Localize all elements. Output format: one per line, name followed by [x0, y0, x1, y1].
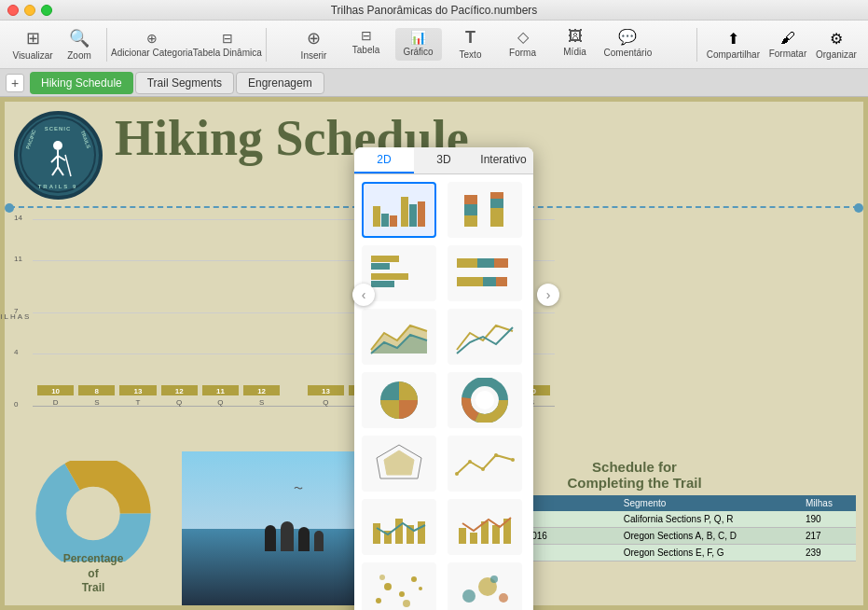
svg-point-70	[499, 593, 508, 603]
svg-text:TRAILS 9: TRAILS 9	[38, 184, 78, 189]
traffic-lights	[7, 5, 52, 16]
table-icon: ⊟	[361, 28, 372, 43]
table-label: Tabela	[352, 45, 379, 55]
svg-rect-35	[483, 277, 496, 286]
format-button[interactable]: 🖌 Formatar	[765, 28, 810, 61]
chart-option-bar-line[interactable]	[362, 499, 436, 555]
pie-label: PercentageofTrail	[63, 552, 124, 596]
svg-point-67	[403, 600, 410, 607]
svg-point-14	[67, 487, 119, 539]
insert-area: ⊕ Inserir ⊟ Tabela 📊 Gráfico T Texto ◇ F…	[291, 28, 653, 61]
pivot-table-label: Tabela Dinâmica	[193, 48, 262, 58]
view-button[interactable]: ⊞ Visualizar	[9, 28, 56, 61]
svg-rect-16	[381, 214, 389, 227]
svg-rect-18	[401, 197, 408, 227]
svg-point-62	[384, 583, 392, 590]
svg-rect-17	[390, 215, 397, 227]
chart-option-bar-stacked[interactable]	[448, 182, 522, 238]
svg-rect-36	[496, 277, 507, 286]
svg-point-46	[455, 472, 459, 476]
scatter-preview	[369, 568, 429, 610]
dot-right	[854, 203, 863, 213]
chart-option-donut[interactable]	[448, 372, 522, 428]
comment-label: Comentário	[604, 48, 653, 58]
shape-button[interactable]: ◇ Forma	[500, 28, 546, 61]
chart-option-scatter[interactable]	[362, 562, 436, 610]
pie-chart	[33, 461, 154, 561]
hbar-grouped-preview	[369, 251, 429, 296]
chart-option-bubble[interactable]	[448, 562, 522, 610]
dot-left	[5, 203, 14, 213]
chart-button[interactable]: 📊 Gráfico	[395, 28, 442, 61]
chart-option-area[interactable]	[362, 309, 436, 365]
svg-rect-30	[371, 281, 394, 287]
shape-icon: ◇	[517, 28, 529, 46]
svg-rect-28	[371, 263, 390, 270]
svg-point-48	[481, 467, 485, 471]
svg-rect-34	[457, 277, 483, 286]
window-title: Trilhas Panorâmicas do Pacífico.numbers	[331, 4, 538, 17]
tab-interativo[interactable]: Interativo	[474, 147, 533, 173]
svg-rect-57	[470, 533, 477, 544]
bar-stacked-preview	[455, 187, 515, 232]
insert-icon: ⊕	[307, 28, 321, 49]
svg-rect-26	[490, 192, 503, 199]
media-label: Mídia	[563, 47, 586, 57]
svg-rect-19	[409, 204, 417, 227]
zoom-label: Zoom	[67, 50, 91, 61]
tab-engrenagem[interactable]: Engrenagem	[236, 72, 324, 94]
sheet-area[interactable]: SCENIC PACIFIC TRAILS TRAILS 9 H	[0, 97, 868, 610]
comment-icon: 💬	[618, 28, 637, 46]
bar-line-2-preview	[455, 505, 515, 549]
svg-rect-29	[371, 273, 408, 280]
chart-option-pie[interactable]	[362, 372, 436, 428]
chart-option-radar[interactable]	[362, 436, 436, 492]
organize-label: Organizar	[816, 49, 857, 60]
minimize-button[interactable]	[24, 5, 35, 16]
bar-group-5: 11 Q	[202, 385, 239, 407]
close-button[interactable]	[7, 5, 19, 16]
organize-icon: ⚙	[830, 30, 843, 48]
popup-next-arrow[interactable]: ›	[537, 284, 559, 306]
popup-prev-arrow[interactable]: ‹	[352, 284, 375, 306]
chart-option-bar-grouped[interactable]	[362, 182, 436, 238]
media-icon: 🖼	[568, 28, 583, 45]
text-button[interactable]: T Texto	[448, 28, 494, 61]
svg-point-61	[376, 598, 381, 603]
tab-hiking-schedule[interactable]: Hiking Schedule	[30, 72, 133, 94]
chart-option-hbar-stacked[interactable]	[448, 245, 522, 301]
text-label: Texto	[460, 49, 482, 60]
bar-8: 13	[308, 385, 344, 395]
insert-button[interactable]: ⊕ Inserir	[291, 28, 338, 61]
chart-option-line[interactable]	[448, 309, 522, 365]
chart-label: Gráfico	[403, 47, 433, 57]
svg-point-47	[468, 460, 472, 464]
svg-point-50	[511, 458, 515, 462]
tab-trail-segments[interactable]: Trail Segments	[135, 72, 234, 94]
chart-option-line-mixed[interactable]	[448, 436, 522, 492]
add-tab-button[interactable]: +	[6, 74, 24, 92]
pivot-table-button[interactable]: ⊟ Tabela Dinâmica	[193, 31, 262, 58]
svg-rect-32	[477, 258, 494, 268]
fullscreen-button[interactable]	[41, 5, 52, 16]
title-bar: Trilhas Panorâmicas do Pacífico.numbers	[0, 0, 868, 21]
svg-rect-27	[371, 256, 399, 262]
svg-point-63	[399, 591, 405, 597]
tab-2d[interactable]: 2D	[354, 147, 414, 173]
organize-button[interactable]: ⚙ Organizar	[814, 28, 859, 62]
svg-text:SCENIC: SCENIC	[45, 126, 72, 132]
add-category-label: Adicionar Categoria	[111, 48, 193, 58]
media-button[interactable]: 🖼 Mídia	[552, 28, 599, 61]
zoom-control[interactable]: 🔍 Zoom	[56, 28, 103, 61]
text-icon: T	[465, 28, 475, 48]
comment-button[interactable]: 💬 Comentário	[604, 28, 653, 61]
chart-type-popup[interactable]: 2D 3D Interativo	[354, 147, 533, 610]
add-category-button[interactable]: ⊕ Adicionar Categoria	[111, 31, 193, 58]
chart-option-bar-line-2[interactable]	[448, 499, 522, 555]
bar-group-3: 13 T	[119, 385, 156, 407]
line-mixed-preview	[455, 441, 515, 486]
bar-1: 10	[37, 385, 74, 395]
tab-3d[interactable]: 3D	[414, 147, 474, 173]
share-button[interactable]: ⬆ Compartilhar	[705, 28, 762, 62]
table-button[interactable]: ⊟ Tabela	[343, 28, 390, 61]
